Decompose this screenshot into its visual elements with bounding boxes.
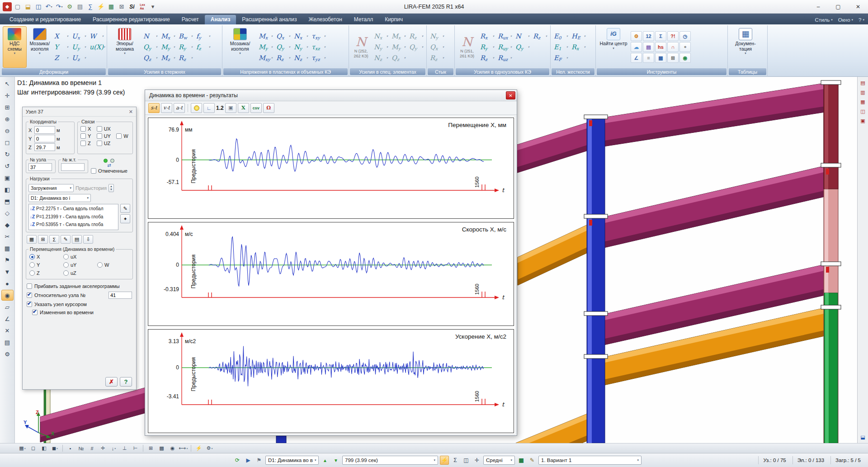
- fragment-icon[interactable]: ✂: [1, 231, 14, 242]
- dimensions-icon[interactable]: ⟷▾: [178, 444, 189, 453]
- link-checkbox-uz[interactable]: UZ: [97, 141, 113, 146]
- si-units-button[interactable]: Si: [127, 2, 137, 11]
- rotate-view-icon[interactable]: ↻: [1, 149, 14, 160]
- wireframe-icon[interactable]: ◻: [28, 444, 38, 453]
- projection-yz-icon[interactable]: ⬒: [1, 196, 14, 207]
- snap-icon[interactable]: ◉: [167, 444, 178, 453]
- bookmark-results-icon[interactable]: ▥: [859, 88, 867, 96]
- result-button-qx[interactable]: Qx▾: [429, 42, 445, 52]
- restore-fragment-icon[interactable]: ▦: [1, 243, 14, 254]
- flags-status-icon[interactable]: ⚑: [255, 456, 264, 465]
- panel-close-icon[interactable]: ✕: [129, 109, 133, 115]
- loadcases-combo[interactable]: Загружения▾: [28, 184, 74, 192]
- radio-y[interactable]: Y: [29, 262, 61, 268]
- bookmark-views-icon[interactable]: ◫: [859, 107, 867, 115]
- show-nodes-icon[interactable]: •: [65, 444, 75, 453]
- dialog-titlebar[interactable]: Динамика во времени - результаты ✕: [145, 90, 517, 101]
- fast-display-icon[interactable]: ⚡: [193, 444, 204, 453]
- menu-[interactable]: ? ▾: [859, 17, 864, 23]
- panel-cancel-button[interactable]: ✗: [105, 377, 118, 387]
- hs-icon[interactable]: hs: [655, 42, 666, 52]
- result-button-uz[interactable]: Uz▾: [71, 53, 87, 63]
- projection-xz-icon[interactable]: ◧: [1, 184, 14, 195]
- checkbox-box[interactable]: [97, 133, 102, 139]
- checkbox-box[interactable]: [97, 126, 102, 132]
- dialog-close-button[interactable]: ✕: [506, 91, 515, 99]
- measure-icon[interactable]: ∠: [1, 313, 14, 324]
- units-results-icon[interactable]: ✛: [472, 456, 481, 465]
- big-button-докумен-тация[interactable]: ▦Докумен- тация▾: [730, 26, 761, 68]
- result-button-ny[interactable]: Ny▾: [292, 42, 309, 52]
- perspective-icon[interactable]: ◆: [1, 219, 14, 230]
- redo-icon[interactable]: ↷▾: [55, 2, 64, 11]
- node-number-input[interactable]: [28, 163, 52, 171]
- result-button-e1[interactable]: E1▾: [552, 42, 569, 52]
- checkbox-box[interactable]: [97, 141, 102, 146]
- app-icon[interactable]: ◆: [3, 2, 12, 11]
- displacement-chart[interactable]: Перемещение X, мм76.9мм0-57.1Предыстория…: [148, 118, 514, 219]
- averaging-combo[interactable]: Средні▾: [483, 456, 515, 465]
- result-button-x[interactable]: X▾: [53, 31, 70, 41]
- element-info-icon[interactable]: ▱: [1, 302, 14, 312]
- result-button-qy[interactable]: Qy▾: [514, 42, 531, 52]
- tab-кирпич[interactable]: Кирпич: [379, 15, 409, 24]
- menu-стиль[interactable]: Стиль ▾: [815, 17, 833, 23]
- radio-circle[interactable]: [29, 262, 35, 268]
- magnet-icon[interactable]: ∩: [667, 42, 679, 52]
- result-button-e0[interactable]: E0▾: [552, 31, 569, 41]
- result-button-mz[interactable]: Mz▾: [160, 53, 176, 63]
- marked-checkbox[interactable]: Отмеченные: [91, 168, 127, 174]
- result-button-z[interactable]: Z▾: [53, 53, 70, 63]
- sigma-icon[interactable]: Σ: [655, 31, 666, 41]
- pick-node-checkbox[interactable]: Указать узел курсором: [27, 302, 132, 307]
- result-button-rz[interactable]: Rz▾: [408, 31, 425, 41]
- loadcase-combo[interactable]: D1: Динамика во в▾: [265, 456, 319, 465]
- close-button[interactable]: ✕: [848, 0, 868, 13]
- result-button-ruz[interactable]: Ruz▾: [496, 53, 513, 63]
- pack-scheme-icon[interactable]: ⚙: [65, 2, 74, 11]
- polyfilter-icon[interactable]: ▼: [1, 266, 14, 277]
- link-checkbox-x[interactable]: X: [80, 126, 93, 132]
- radio-circle[interactable]: [63, 254, 69, 259]
- load-export-icon[interactable]: ⇩: [83, 235, 93, 244]
- shading-icon[interactable]: ◼▾: [50, 444, 60, 453]
- key-icon[interactable]: ⚬: [679, 42, 691, 52]
- grid-icon[interactable]: ▩: [156, 444, 167, 453]
- report-icon[interactable]: ▤: [1, 337, 14, 348]
- velocity-chart[interactable]: Скорость X, м/с0.404м/с0-0.319Предыстори…: [148, 222, 514, 326]
- show-loads-icon[interactable]: ↓▾: [108, 444, 119, 453]
- result-button-rz[interactable]: Rz▾: [429, 53, 445, 63]
- csv-export-icon[interactable]: csv: [250, 103, 262, 113]
- result-button-y[interactable]: Y▾: [53, 42, 70, 52]
- load-table-icon[interactable]: ▦: [27, 235, 37, 244]
- tab-создание-и-редактирование[interactable]: Создание и редактирование: [4, 15, 87, 24]
- tab-железобетон[interactable]: Железобетон: [302, 15, 348, 24]
- erase-selection-icon[interactable]: ✕: [1, 325, 14, 336]
- previous-view-icon[interactable]: ↺: [1, 160, 14, 171]
- load-list-item[interactable]: ↓ZP=2.2275 т - Сила вдоль глобал: [30, 205, 117, 213]
- link-checkbox-z[interactable]: Z: [80, 141, 93, 146]
- load-sum-icon[interactable]: Σ: [49, 235, 59, 244]
- ruler-icon[interactable]: ∠: [631, 53, 642, 63]
- qat-customize-icon[interactable]: ▾: [148, 2, 157, 11]
- load-list-icon[interactable]: ▤: [72, 235, 82, 244]
- velocity-plot-toggle[interactable]: v-t: [161, 103, 172, 113]
- result-button-ry[interactable]: Ry▾: [177, 42, 194, 52]
- result-button-yz[interactable]: τyz▾: [310, 53, 327, 63]
- show-scheme-icon[interactable]: ▦▾: [17, 444, 28, 453]
- node-info-icon[interactable]: ◉: [1, 290, 14, 301]
- rigid-body-input[interactable]: [61, 163, 85, 171]
- result-button-my[interactable]: My▾: [160, 42, 176, 52]
- run-calculation-icon[interactable]: ⚡: [96, 2, 105, 11]
- maximize-button[interactable]: ▢: [828, 0, 848, 13]
- link-checkbox-y[interactable]: Y: [80, 133, 93, 139]
- snapshot-icon[interactable]: ▣: [225, 103, 236, 113]
- tab-расширенный-анализ[interactable]: Расширенный анализ: [236, 15, 302, 24]
- step-down-icon[interactable]: ▼: [331, 456, 340, 465]
- marked-checkbox-box[interactable]: [91, 168, 96, 174]
- sum-icon[interactable]: ∑: [86, 2, 95, 11]
- result-button-mx[interactable]: Mx▾: [257, 31, 274, 41]
- sum-results-icon[interactable]: Σ: [451, 456, 460, 465]
- rigid-links-icon[interactable]: ⊢: [130, 444, 141, 453]
- result-button-xy[interactable]: τxy▾: [310, 31, 327, 41]
